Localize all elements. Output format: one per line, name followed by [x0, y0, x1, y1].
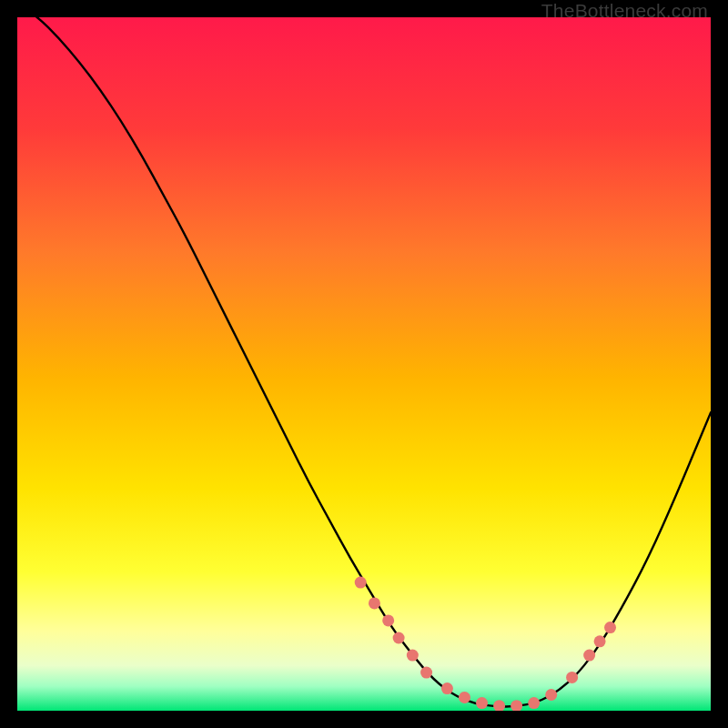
sample-dot — [420, 667, 432, 679]
sample-dot — [604, 622, 616, 633]
sample-dot — [407, 650, 419, 662]
watermark-text: TheBottleneck.com — [541, 0, 708, 22]
sample-dot — [476, 697, 488, 709]
sample-dot — [583, 650, 595, 662]
sample-dot — [393, 632, 405, 643]
sample-dot — [528, 697, 540, 709]
sample-dot — [355, 577, 367, 589]
sample-dot — [459, 692, 470, 703]
chart-frame — [17, 17, 711, 711]
sample-dot — [441, 682, 453, 694]
sample-dot — [369, 597, 380, 609]
sample-dot — [382, 614, 394, 626]
sample-dot — [545, 689, 557, 701]
sample-dot — [594, 635, 606, 647]
bottleneck-chart — [17, 17, 711, 711]
sample-dot — [566, 672, 578, 683]
